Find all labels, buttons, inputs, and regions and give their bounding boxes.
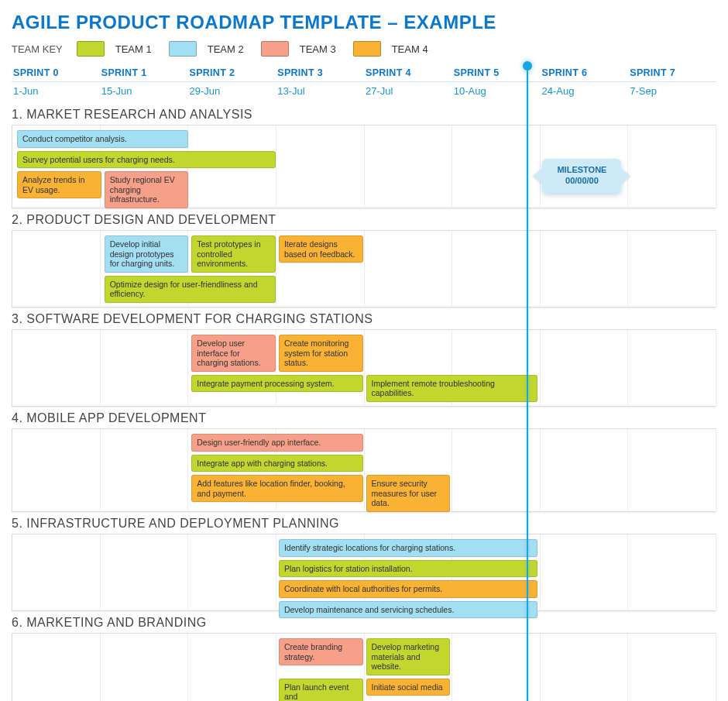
task[interactable]: Integrate app with charging stations. — [191, 455, 362, 472]
grid-cell — [628, 534, 716, 611]
sprint-col-6: SPRINT 6 — [541, 66, 629, 80]
section-grid-2: Develop user interface for charging stat… — [12, 329, 716, 407]
task[interactable]: Ensure security measures for user data. — [366, 475, 451, 512]
task[interactable]: Create monitoring system for station sta… — [279, 335, 363, 372]
grid-cell — [628, 125, 716, 208]
team2-label: TEAM 2 — [208, 43, 244, 55]
swatch-team2 — [169, 41, 197, 57]
team-key-legend: TEAM KEY TEAM 1 TEAM 2 TEAM 3 TEAM 4 — [12, 41, 716, 57]
team3-label: TEAM 3 — [300, 43, 336, 55]
sprint-col-3: SPRINT 3 — [276, 66, 364, 80]
task[interactable]: Develop initial design prototypes for ch… — [105, 235, 189, 273]
grid-cell — [12, 330, 101, 407]
section-grid-4: Identify strategic locations for chargin… — [12, 534, 716, 611]
grid-cell — [101, 429, 189, 512]
swatch-team3 — [261, 41, 289, 57]
grid-cell — [365, 231, 453, 308]
task[interactable]: Design user-friendly app interface. — [191, 434, 362, 452]
task[interactable]: Develop marketing materials and website. — [366, 638, 451, 675]
grid-cell — [276, 125, 365, 208]
grid-cell — [541, 534, 629, 611]
section-title-3: 4. MOBILE APP DEVELOPMENT — [12, 411, 716, 425]
task[interactable]: Survey potential users for charging need… — [17, 151, 276, 169]
section-grid-3: Design user-friendly app interface.Integ… — [12, 428, 716, 512]
team1-label: TEAM 1 — [115, 43, 152, 55]
date-col-7: 7-Sep — [628, 84, 716, 98]
section-title-0: 1. MARKET RESEARCH AND ANALYSIS — [12, 108, 716, 122]
task[interactable]: Conduct competitor analysis. — [17, 130, 188, 148]
task[interactable]: Test prototypes in controlled environmen… — [191, 235, 276, 273]
date-col-3: 13-Jul — [276, 84, 364, 98]
section-title-4: 5. INFRASTRUCTURE AND DEPLOYMENT PLANNIN… — [12, 517, 716, 531]
team-key-label: TEAM KEY — [12, 43, 63, 55]
date-col-2: 29-Jun — [188, 84, 276, 98]
swatch-team4 — [353, 41, 381, 57]
grid-cell — [12, 429, 101, 512]
milestone-badge: MILESTONE 00/00/00 — [542, 159, 621, 193]
grid-cell — [101, 330, 189, 407]
date-col-0: 1-Jun — [12, 84, 100, 98]
task[interactable]: Plan logistics for station installation. — [279, 560, 537, 578]
date-col-1: 15-Jun — [100, 84, 188, 98]
date-col-6: 24-Aug — [541, 84, 629, 98]
grid-cell — [628, 231, 716, 308]
milestone-date: 00/00/00 — [550, 176, 613, 187]
task[interactable]: Plan launch event and — [279, 679, 363, 701]
grid-cell — [628, 634, 716, 701]
sprint-col-2: SPRINT 2 — [188, 66, 276, 80]
grid-cell — [12, 534, 101, 611]
grid-cell — [541, 634, 629, 701]
task[interactable]: Develop user interface for charging stat… — [191, 335, 276, 372]
grid-cell — [628, 429, 716, 512]
page-title: AGILE PRODUCT ROADMAP TEMPLATE – EXAMPLE — [12, 12, 716, 33]
section-title-2: 3. SOFTWARE DEVELOPMENT FOR CHARGING STA… — [12, 312, 716, 326]
task[interactable]: Optimize design for user-friendliness an… — [105, 276, 276, 303]
swatch-team1 — [77, 41, 105, 57]
task[interactable]: Analyze trends in EV usage. — [17, 171, 101, 198]
section-grid-1: Develop initial design prototypes for ch… — [12, 230, 716, 308]
grid-cell — [541, 429, 629, 512]
sprint-col-1: SPRINT 1 — [100, 66, 188, 80]
grid-cell — [541, 330, 629, 407]
grid-cell — [541, 231, 629, 308]
task[interactable]: Identify strategic locations for chargin… — [279, 539, 537, 557]
sprint-col-0: SPRINT 0 — [12, 66, 100, 80]
task[interactable]: Study regional EV charging infrastructur… — [105, 171, 189, 208]
task[interactable]: Implement remote troubleshooting capabil… — [366, 375, 537, 402]
grid-cell — [365, 125, 453, 208]
sprint-header: SPRINT 0SPRINT 1SPRINT 2SPRINT 3SPRINT 4… — [12, 66, 716, 82]
section-title-1: 2. PRODUCT DESIGN AND DEVELOPMENT — [12, 213, 716, 227]
date-header: 1-Jun15-Jun29-Jun13-Jul27-Jul10-Aug24-Au… — [12, 82, 716, 103]
milestone-title: MILESTONE — [550, 165, 613, 176]
task[interactable]: Coordinate with local authorities for pe… — [279, 580, 537, 598]
timeline: SPRINT 0SPRINT 1SPRINT 2SPRINT 3SPRINT 4… — [12, 66, 716, 701]
task[interactable]: Create branding strategy. — [279, 638, 363, 665]
grid-cell — [12, 231, 101, 308]
grid-cell — [101, 534, 189, 611]
grid-cell — [188, 634, 276, 701]
date-col-4: 27-Jul — [364, 84, 452, 98]
grid-cell — [101, 634, 189, 701]
sprint-col-4: SPRINT 4 — [364, 66, 452, 80]
task[interactable]: Develop maintenance and servicing schedu… — [279, 601, 537, 619]
task[interactable]: Iterate designs based on feedback. — [279, 235, 363, 263]
section-grid-5: Create branding strategy.Develop marketi… — [12, 633, 716, 701]
today-line — [527, 66, 528, 701]
task[interactable]: Initiate social media — [366, 679, 451, 696]
sprint-col-7: SPRINT 7 — [628, 66, 716, 80]
grid-cell — [12, 634, 101, 701]
grid-cell — [628, 330, 716, 407]
task[interactable]: Integrate payment processing system. — [191, 375, 362, 393]
team4-label: TEAM 4 — [392, 43, 428, 55]
grid-cell — [188, 534, 276, 611]
task[interactable]: Add features like location finder, booki… — [191, 475, 362, 502]
